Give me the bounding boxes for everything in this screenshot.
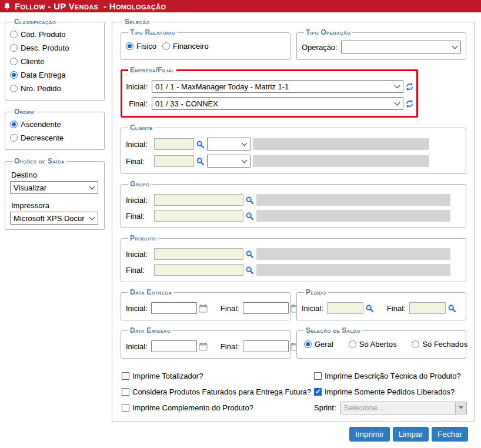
group-legend: Data Emissao: [128, 326, 172, 335]
data-entrega-inicial-input[interactable]: [151, 302, 197, 314]
radio-icon: [10, 71, 18, 79]
radio-geral[interactable]: Geral: [304, 337, 333, 351]
produto-inicial-disabled-field: [256, 248, 450, 260]
grupo-group: Grupo Inicial: Final:: [121, 180, 466, 228]
cliente-inicial-select[interactable]: [207, 138, 250, 151]
grupo-inicial-disabled-field: [256, 194, 450, 206]
limpar-button[interactable]: Limpar: [393, 427, 429, 442]
checkbox-imprime-complemento[interactable]: Imprime Complemento do Produto?: [122, 401, 314, 414]
produto-final-disabled-field: [256, 264, 450, 276]
calendar-icon[interactable]: [199, 342, 208, 351]
radio-label: Geral: [315, 340, 333, 349]
titlebar: Follow - UP Vendas - Homologação: [0, 0, 481, 12]
group-legend: Tipo Relatório: [128, 28, 177, 36]
radio-label: Nro. Pedido: [21, 84, 61, 93]
radio-so-fechados[interactable]: Só Fechados: [412, 337, 467, 351]
produto-group: Produto Inicial: Final:: [121, 234, 466, 282]
radio-label: Fisico: [136, 42, 156, 51]
radio-cod-produto[interactable]: Cód. Produto: [10, 28, 99, 41]
field-label: Inicial:: [126, 140, 152, 149]
destino-select[interactable]: Visualizar: [10, 181, 98, 194]
cliente-final-input[interactable]: [154, 155, 194, 167]
sprint-field-row: Sprint: Selecione...: [314, 401, 467, 414]
checkbox-imprime-descricao-tecnica[interactable]: Imprime Descrição Técnica do Produto?: [314, 369, 467, 383]
checkbox-label: Imprime Complemento do Produto?: [132, 403, 253, 412]
radio-icon: [162, 42, 170, 50]
field-label: Final:: [126, 157, 152, 166]
cliente-inicial-disabled-field: [253, 138, 429, 150]
radio-data-entrega[interactable]: Data Entrega: [10, 68, 99, 82]
cliente-final-select[interactable]: [207, 155, 250, 168]
radio-fisico[interactable]: Fisico: [126, 39, 156, 53]
radio-label: Financeiro: [173, 42, 209, 51]
pedido-final-input[interactable]: [409, 302, 446, 314]
checkbox-icon: [122, 372, 129, 380]
checkbox-icon: [314, 372, 322, 380]
radio-cliente[interactable]: Cliente: [10, 55, 99, 68]
produto-final-input[interactable]: [154, 264, 243, 276]
grupo-inicial-input[interactable]: [154, 194, 243, 206]
sprint-label: Sprint:: [314, 403, 338, 412]
radio-decrescente[interactable]: Decrescente: [10, 131, 99, 145]
calendar-icon[interactable]: [199, 304, 208, 313]
checkbox-imprime-somente-liberados[interactable]: Imprime Somente Pedidos Liberados?: [314, 385, 467, 399]
ordem-group: Ordem Ascendente Decrescente: [5, 108, 105, 150]
checkbox-imprime-totalizador[interactable]: Imprime Totalizador?: [122, 369, 314, 383]
refresh-icon[interactable]: [405, 99, 414, 108]
refresh-icon[interactable]: [405, 82, 414, 91]
search-icon[interactable]: [245, 212, 254, 220]
destino-label: Destino: [11, 170, 99, 179]
empresa-final-select[interactable]: 01 / 33 - CONNEX: [152, 97, 403, 110]
impressora-label: Impressora: [11, 201, 99, 210]
search-icon[interactable]: [447, 304, 456, 313]
radio-financeiro[interactable]: Financeiro: [162, 39, 209, 53]
radio-so-abertos[interactable]: Só Abertos: [349, 337, 397, 351]
cliente-inicial-input[interactable]: [154, 138, 194, 150]
search-icon[interactable]: [196, 157, 205, 166]
group-legend: Grupo: [128, 180, 151, 188]
radio-label: Ascendente: [21, 120, 61, 129]
left-panel: Classificação Cód. Produto Desc. Produto…: [5, 18, 105, 237]
operacao-select[interactable]: [341, 41, 461, 54]
group-legend: Classificação: [12, 18, 58, 26]
empresa-inicial-select[interactable]: 01 / 1 - MaxManager Today - Matriz 1-1: [152, 80, 403, 93]
field-label: Final:: [387, 304, 407, 313]
main-panel: Seleção Tipo Relatório Fisico Fina: [112, 18, 475, 442]
radio-icon: [10, 31, 18, 38]
group-legend: Tipo Operação: [304, 28, 352, 36]
checkbox-label: Imprime Totalizador?: [132, 372, 203, 380]
selecao-group: Seleção Tipo Relatório Fisico Fina: [112, 18, 475, 422]
produto-inicial-input[interactable]: [154, 248, 243, 260]
sprint-select: Selecione...: [340, 402, 467, 414]
search-icon[interactable]: [196, 140, 205, 149]
grupo-final-input[interactable]: [154, 210, 243, 222]
tipo-operacao-group: Tipo Operação Operação:: [296, 28, 466, 60]
field-label: Inicial:: [126, 82, 149, 91]
search-icon[interactable]: [245, 250, 254, 259]
radio-icon: [412, 340, 419, 348]
radio-desc-produto[interactable]: Desc. Produto: [10, 41, 99, 55]
search-icon[interactable]: [245, 196, 254, 205]
search-icon[interactable]: [365, 304, 374, 313]
search-icon[interactable]: [245, 266, 254, 275]
cliente-final-disabled-field: [253, 155, 429, 167]
data-emissao-inicial-input[interactable]: [151, 340, 197, 352]
group-legend: Produto: [128, 234, 158, 242]
combo-value: Selecione...: [344, 403, 455, 412]
radio-nro-pedido[interactable]: Nro. Pedido: [10, 82, 99, 95]
field-label: Inicial:: [126, 250, 152, 259]
opcoes-saida-group: Opções de Saída Destino Visualizar Impre…: [5, 157, 105, 230]
bell-icon: [3, 2, 11, 11]
radio-ascendente[interactable]: Ascendente: [10, 118, 99, 131]
imprimir-button[interactable]: Imprimir: [349, 427, 390, 442]
data-emissao-final-input[interactable]: [243, 340, 289, 352]
impressora-select[interactable]: Microsoft XPS Docur: [10, 212, 98, 225]
radio-label: Só Fechados: [422, 340, 467, 349]
data-entrega-final-input[interactable]: [243, 302, 289, 314]
checkbox-considera-produtos-faturados[interactable]: Considera Produtos Faturados para Entreg…: [122, 385, 314, 399]
fechar-button[interactable]: Fechar: [432, 427, 468, 442]
pedido-inicial-input[interactable]: [327, 302, 363, 314]
field-label: Final:: [221, 304, 240, 313]
radio-label: Cliente: [21, 57, 44, 66]
field-label: Final:: [126, 99, 149, 108]
